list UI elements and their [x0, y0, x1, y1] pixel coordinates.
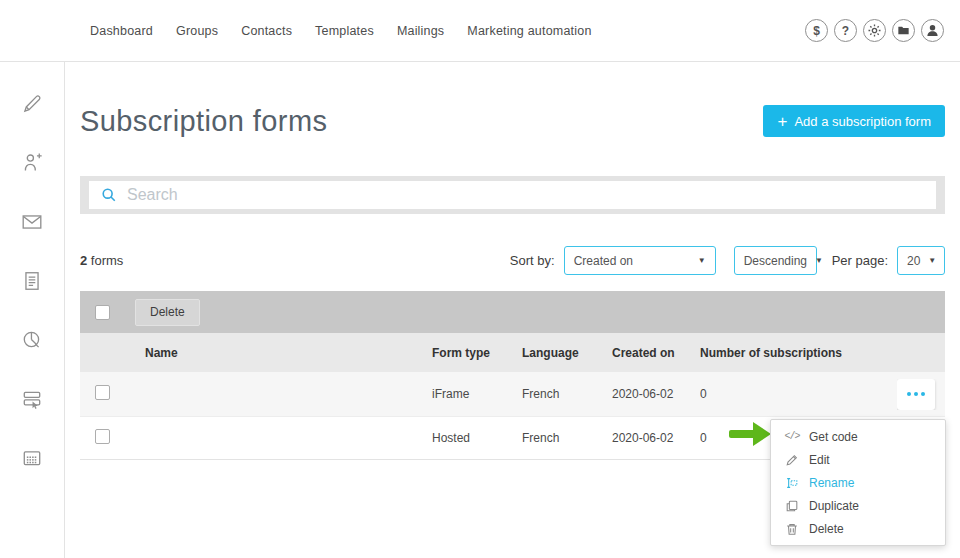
design-icon[interactable]: [21, 93, 43, 115]
column-header-name: Name: [145, 346, 432, 360]
search-icon: [101, 187, 117, 203]
chevron-down-icon: ▼: [807, 256, 823, 265]
code-icon: </>: [784, 429, 800, 445]
left-sidebar: [0, 62, 65, 558]
table-header-row: Name Form type Language Created on Numbe…: [80, 333, 945, 372]
folder-icon[interactable]: [892, 19, 915, 42]
rename-icon: [784, 475, 800, 491]
nav-item-groups[interactable]: Groups: [176, 24, 218, 38]
sort-field-select[interactable]: Created on ▼: [564, 246, 716, 275]
cell-form-type: iFrame: [432, 387, 522, 401]
settings-icon[interactable]: [863, 19, 886, 42]
top-nav-icon-group: $ ?: [805, 19, 944, 42]
column-header-language: Language: [522, 346, 612, 360]
cell-created-on: 2020-06-02: [612, 387, 700, 401]
nav-item-dashboard[interactable]: Dashboard: [90, 24, 153, 38]
help-icon[interactable]: ?: [834, 19, 857, 42]
billing-icon[interactable]: $: [805, 19, 828, 42]
menu-item-rename[interactable]: Rename: [771, 471, 945, 494]
trash-icon: [784, 521, 800, 537]
per-page-select[interactable]: 20 ▼: [897, 246, 945, 275]
stats-icon[interactable]: [21, 329, 43, 351]
row-actions-menu: </> Get code Edit Rename Duplicate Delet…: [770, 419, 946, 546]
nav-item-contacts[interactable]: Contacts: [241, 24, 292, 38]
row-actions-button[interactable]: [897, 379, 935, 410]
chevron-down-icon: ▼: [690, 256, 706, 265]
forms-count: 2 forms: [80, 253, 123, 268]
sort-by-label: Sort by:: [510, 253, 555, 268]
menu-item-edit[interactable]: Edit: [771, 448, 945, 471]
row-checkbox[interactable]: [95, 385, 110, 400]
column-header-created-on: Created on: [612, 346, 700, 360]
column-header-form-type: Form type: [432, 346, 522, 360]
bulk-actions-band: Delete: [80, 291, 945, 333]
cell-subscriptions: 0: [700, 387, 897, 401]
sort-direction-select[interactable]: Descending ▼: [734, 246, 817, 275]
nav-item-marketing-automation[interactable]: Marketing automation: [467, 24, 591, 38]
email-icon[interactable]: [21, 211, 43, 233]
menu-item-delete[interactable]: Delete: [771, 517, 945, 540]
bulk-delete-button[interactable]: Delete: [135, 299, 200, 326]
menu-item-duplicate[interactable]: Duplicate: [771, 494, 945, 517]
top-nav-items: Dashboard Groups Contacts Templates Mail…: [90, 24, 592, 38]
forms-icon[interactable]: [21, 388, 43, 410]
nav-item-mailings[interactable]: Mailings: [397, 24, 444, 38]
row-checkbox[interactable]: [95, 429, 110, 444]
add-subscription-form-button[interactable]: + Add a subscription form: [763, 105, 945, 137]
cell-language: French: [522, 387, 612, 401]
add-contact-icon[interactable]: [21, 152, 43, 174]
search-band: [80, 176, 945, 214]
top-navigation: Dashboard Groups Contacts Templates Mail…: [0, 0, 960, 62]
page-title: Subscription forms: [80, 105, 327, 138]
per-page-label: Per page:: [832, 253, 888, 268]
nav-item-templates[interactable]: Templates: [315, 24, 374, 38]
duplicate-icon: [784, 498, 800, 514]
account-icon[interactable]: [921, 19, 944, 42]
chevron-down-icon: ▼: [920, 256, 936, 265]
cell-form-type: Hosted: [432, 431, 522, 445]
search-input[interactable]: [127, 186, 924, 204]
cell-language: French: [522, 431, 612, 445]
plus-icon: +: [777, 113, 787, 130]
keypad-icon[interactable]: [21, 447, 43, 469]
cell-created-on: 2020-06-02: [612, 431, 700, 445]
select-all-checkbox[interactable]: [95, 305, 110, 320]
column-header-subscriptions: Number of subscriptions: [700, 346, 897, 360]
table-row: iFrame French 2020-06-02 0: [80, 372, 945, 416]
pencil-icon: [784, 452, 800, 468]
green-arrow-annotation: [728, 420, 772, 448]
menu-item-get-code[interactable]: </> Get code: [771, 425, 945, 448]
list-icon[interactable]: [21, 270, 43, 292]
